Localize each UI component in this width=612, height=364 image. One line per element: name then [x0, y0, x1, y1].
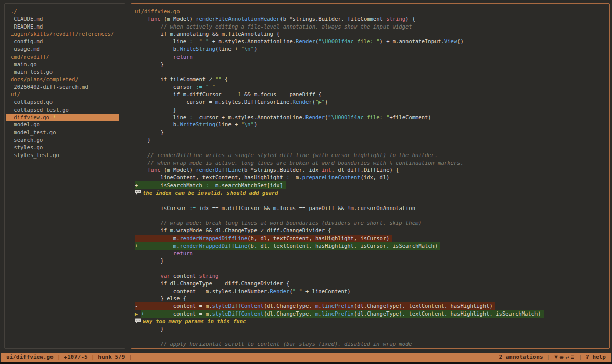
code-line[interactable]: // wrap mode: break long lines at word b… — [135, 219, 609, 227]
code-line[interactable]: if dl.ChangeType == diff.ChangeDivider { — [135, 280, 609, 288]
file-label: main_test.go — [11, 69, 53, 75]
code-line[interactable]: } — [135, 128, 609, 136]
code-line[interactable]: ui/diffview.go — [135, 8, 609, 15]
file-tree-item[interactable]: main_test.go — [11, 68, 125, 76]
file-tree-item[interactable]: CLAUDE.md — [11, 15, 125, 23]
code-line[interactable]: line := cursor + m.styles.AnnotationLine… — [135, 114, 609, 121]
code-line[interactable]: if m.annotating && m.fileAnnotating { — [135, 30, 609, 38]
separator: | — [575, 354, 586, 361]
file-tree-item[interactable]: usage.md — [11, 45, 125, 53]
annotation-line[interactable]: the index can be invalid, should add gua… — [135, 189, 609, 197]
diff-line-add[interactable]: ▶ + content = m.styleDiffContent(dl.Chan… — [135, 310, 609, 318]
code-line[interactable]: return — [135, 250, 609, 257]
code-line[interactable]: } — [135, 325, 609, 333]
code-line[interactable]: line := " " + m.styles.AnnotationLine.Re… — [135, 38, 609, 45]
code-line[interactable]: // apply horizontal scroll to content (b… — [135, 340, 609, 348]
file-label: CLAUDE.md — [11, 16, 43, 22]
annotation-count: 2 annotations — [499, 354, 543, 361]
file-tree-item[interactable]: styles.go — [11, 144, 125, 151]
code-line[interactable]: } — [135, 136, 609, 144]
file-label: styles.go — [11, 144, 43, 150]
file-tree-item[interactable]: styles_test.go — [11, 151, 125, 159]
code-line[interactable]: b.WriteString(line + "\n") — [135, 45, 609, 53]
file-list: ./ CLAUDE.md README.md…ugin/skills/revdi… — [11, 8, 125, 159]
file-tree-dir[interactable]: ./ — [11, 8, 125, 15]
file-label: collapsed_test.go — [11, 107, 69, 113]
annotation-text: way too many params in this func — [143, 318, 246, 324]
code-line-blank — [135, 265, 609, 272]
diff-line-add[interactable]: + m.renderWrappedDiffLine(b, dl, textCon… — [135, 242, 609, 250]
file-label: ./ — [11, 8, 17, 14]
status-bar: ui/diffview.go | +107/-5 | hunk 5/9 | 2 … — [1, 353, 611, 362]
code-line[interactable]: if m.wrapMode && dl.ChangeType ≠ diff.Ch… — [135, 227, 609, 235]
file-tree-dir[interactable]: cmd/revdiff/ — [11, 53, 125, 61]
code-line-blank — [135, 212, 609, 219]
code-line-blank — [135, 68, 609, 76]
help-hint[interactable]: ? help — [585, 354, 606, 361]
code-line[interactable]: } — [135, 61, 609, 68]
code-line[interactable]: // renderDiffLine writes a single styled… — [135, 151, 609, 159]
code-line[interactable]: var content string — [135, 272, 609, 280]
file-tree-item[interactable]: search.go — [11, 136, 125, 144]
diff-line-del[interactable]: - m.renderWrappedDiffLine(b, dl, textCon… — [135, 235, 609, 242]
status-filename: ui/diffview.go — [6, 354, 54, 361]
file-tree-pane: ./ CLAUDE.md README.md…ugin/skills/revdi… — [4, 3, 125, 349]
separator: | — [543, 354, 554, 361]
code-line[interactable]: // when actively editing a file-level an… — [135, 23, 609, 31]
code-line[interactable]: } — [135, 257, 609, 265]
code-line[interactable]: isCursor := idx == m.diffCursor && m.foc… — [135, 204, 609, 212]
code-line[interactable]: lineContent, textContent, hasHighlight :… — [135, 174, 609, 181]
code-line-blank — [135, 197, 609, 204]
file-tree-item[interactable]: collapsed.go — [11, 98, 125, 106]
file-tree-item[interactable]: main.go — [11, 61, 125, 68]
code-line[interactable]: } else { — [135, 295, 609, 302]
file-label: model.go — [11, 121, 40, 127]
status-left: ui/diffview.go | +107/-5 | hunk 5/9 | — [6, 354, 136, 361]
code-line[interactable]: content = m.styles.LineNumber.Render(" "… — [135, 288, 609, 295]
code-line[interactable]: func (m Model) renderDiffLine(b *strings… — [135, 166, 609, 174]
separator: | — [88, 354, 98, 361]
file-tree-dir[interactable]: …ugin/skills/revdiff/references/ — [11, 30, 125, 38]
code-line[interactable]: cursor := " " — [135, 83, 609, 91]
file-label: ui/ — [11, 91, 20, 97]
code-line-blank — [135, 333, 609, 341]
code-line[interactable]: // when wrap mode is active, long lines … — [135, 159, 609, 167]
file-label: main.go — [11, 61, 37, 67]
separator: | — [54, 354, 64, 361]
dot-indicator-icon: ◉ — [559, 354, 565, 360]
file-label: model_test.go — [11, 129, 56, 135]
file-label: README.md — [11, 23, 43, 30]
file-tree-item[interactable]: collapsed_test.go — [11, 106, 125, 114]
file-label: collapsed.go — [11, 99, 53, 105]
file-label: docs/plans/completed/ — [11, 76, 79, 82]
file-tree-item[interactable]: model.go — [11, 121, 125, 128]
diff-line-del[interactable]: - content = m.styleDiffContent(dl.Change… — [135, 302, 609, 310]
status-right: 2 annotations | ▼◉↵≡ | ? help — [499, 354, 606, 361]
file-label: 20260402-diff-search.md — [11, 84, 88, 90]
mode-indicators: ▼◉↵≡ — [553, 354, 575, 361]
file-tree-item[interactable]: 20260402-diff-search.md — [11, 83, 125, 91]
code-line-blank — [135, 144, 609, 151]
file-tree-item[interactable]: model_test.go — [11, 128, 125, 136]
file-tree-item[interactable]: diffview.go * — [6, 114, 119, 121]
code-line[interactable]: if m.diffCursor == -1 && m.focus == pane… — [135, 91, 609, 98]
code-line[interactable]: return — [135, 53, 609, 61]
comment-bubble-icon — [135, 189, 143, 197]
code-line[interactable]: cursor = m.styles.DiffCursorLine.Render(… — [135, 98, 609, 106]
collapse-indicator-icon: ▼ — [553, 354, 559, 360]
file-tree-dir[interactable]: docs/plans/completed/ — [11, 75, 125, 83]
file-label: diffview.go — [11, 114, 49, 120]
code-line[interactable]: b.WriteString(line + "\n") — [135, 121, 609, 128]
wrap-indicator-icon: ↵ — [564, 354, 570, 360]
diff-pane[interactable]: ui/diffview.go func (m Model) renderFile… — [131, 3, 610, 349]
annotation-line[interactable]: way too many params in this func — [135, 318, 609, 325]
file-tree-dir[interactable]: ui/ — [11, 91, 125, 98]
code-line[interactable]: func (m Model) renderFileAnnotationHeade… — [135, 15, 609, 23]
diff-line-add[interactable]: + isSearchMatch := m.searchMatchSet[idx] — [135, 181, 609, 189]
code-line[interactable]: if fileComment ≠ "" { — [135, 75, 609, 83]
file-tree-item[interactable]: README.md — [11, 23, 125, 31]
file-tree-item[interactable]: config.md — [11, 38, 125, 45]
file-label: cmd/revdiff/ — [11, 54, 49, 60]
code-line[interactable]: } — [135, 106, 609, 114]
modified-star: * — [49, 114, 56, 120]
